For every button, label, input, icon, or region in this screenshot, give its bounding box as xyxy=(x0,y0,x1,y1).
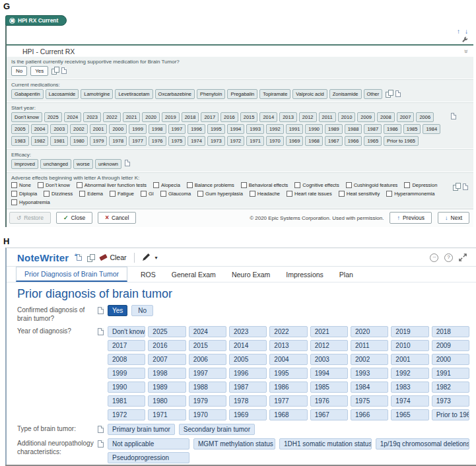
start-year-button[interactable]: 2008 xyxy=(377,112,395,122)
year-button[interactable]: 1991 xyxy=(432,368,469,379)
year-button[interactable]: 1984 xyxy=(351,382,388,393)
start-year-button[interactable]: 2002 xyxy=(70,124,88,134)
start-year-button[interactable]: Prior to 1965 xyxy=(384,136,419,146)
comment-doc-icon[interactable] xyxy=(395,90,401,97)
year-button[interactable]: 2006 xyxy=(189,354,226,365)
medication-button[interactable]: Lamotrigine xyxy=(81,89,113,99)
year-button[interactable]: 2005 xyxy=(229,354,267,365)
start-year-button[interactable]: 2010 xyxy=(338,112,356,122)
start-year-button[interactable]: 1972 xyxy=(227,136,245,146)
comment-doc-icon[interactable] xyxy=(451,113,456,119)
adverse-effect-checkbox[interactable]: Behavioral effects xyxy=(241,182,288,188)
start-year-button[interactable]: 1994 xyxy=(227,124,245,134)
tab-hpi-rx-current[interactable]: ▦ HPI RX Current xyxy=(5,15,67,26)
start-year-button[interactable]: 2009 xyxy=(357,112,375,122)
start-year-button[interactable]: 2007 xyxy=(397,112,415,122)
year-button[interactable]: 1995 xyxy=(269,368,307,379)
move-down-icon[interactable]: ↓ xyxy=(465,28,468,35)
year-button[interactable]: 1996 xyxy=(229,368,267,379)
year-button[interactable]: 2011 xyxy=(351,340,388,351)
year-button[interactable]: 1994 xyxy=(310,368,348,379)
year-button[interactable]: 1988 xyxy=(189,382,226,393)
year-button[interactable]: 2022 xyxy=(269,326,307,337)
close-button[interactable]: ✓ Close xyxy=(56,212,92,224)
clear-eraser-icon[interactable] xyxy=(100,254,108,261)
start-year-button[interactable]: 1967 xyxy=(325,136,343,146)
efficacy-button[interactable]: improved xyxy=(11,159,38,169)
year-button[interactable]: 2014 xyxy=(229,340,267,351)
adverse-effect-checkbox[interactable]: Fatigue xyxy=(110,191,134,197)
year-button[interactable]: 1976 xyxy=(310,395,348,407)
year-button[interactable]: 1974 xyxy=(391,395,428,407)
start-year-button[interactable]: 2000 xyxy=(109,124,127,134)
start-year-button[interactable]: 1982 xyxy=(31,136,49,146)
start-year-button[interactable]: 2004 xyxy=(31,124,49,134)
year-button[interactable]: 2013 xyxy=(269,340,307,351)
year-button[interactable]: 1966 xyxy=(351,409,388,420)
year-button[interactable]: 2019 xyxy=(391,326,428,337)
year-button[interactable]: 2017 xyxy=(108,340,145,351)
neuropathology-option[interactable]: MGMT methylation status xyxy=(193,438,275,449)
comment-doc-icon[interactable] xyxy=(61,67,67,74)
start-year-button[interactable]: 1991 xyxy=(286,124,304,134)
adverse-effect-checkbox[interactable]: Diplopia xyxy=(11,191,37,197)
start-year-button[interactable]: 1985 xyxy=(403,124,421,134)
medication-button[interactable]: Gabapentin xyxy=(11,89,44,99)
neuropathology-option[interactable]: Not applicable xyxy=(108,438,189,449)
start-year-button[interactable]: 2022 xyxy=(103,112,121,122)
tab-prior-diagnosis[interactable]: Prior Diagnosis of Brain Tumor xyxy=(16,267,127,282)
tab-impressions[interactable]: Impressions xyxy=(283,268,326,282)
adverse-effect-checkbox[interactable]: Don't know xyxy=(38,182,70,188)
year-button[interactable]: 1993 xyxy=(351,368,388,379)
start-year-button[interactable]: 1969 xyxy=(286,136,304,146)
year-button[interactable]: 1989 xyxy=(148,382,186,393)
year-button[interactable]: 1978 xyxy=(229,395,267,407)
start-year-button[interactable]: 2013 xyxy=(279,112,297,122)
start-year-button[interactable]: 2019 xyxy=(162,112,180,122)
start-year-button[interactable]: 2014 xyxy=(259,112,277,122)
adverse-effect-checkbox[interactable]: Cushingoid features xyxy=(346,182,398,188)
year-button[interactable]: 2007 xyxy=(148,354,186,365)
start-year-button[interactable]: 1999 xyxy=(129,124,147,134)
previous-button[interactable]: ↑ Previous xyxy=(390,212,432,224)
year-button[interactable]: 2018 xyxy=(432,326,469,337)
year-button[interactable]: 2009 xyxy=(432,340,469,351)
start-year-button[interactable]: 1986 xyxy=(384,124,401,134)
year-button[interactable]: 1999 xyxy=(108,368,145,379)
adverse-effect-checkbox[interactable]: Hyperammonemia xyxy=(386,191,434,197)
year-button[interactable]: 1970 xyxy=(189,409,226,420)
year-button[interactable]: 1968 xyxy=(269,409,307,420)
year-button[interactable]: 1977 xyxy=(269,395,307,407)
tab-general-exam[interactable]: General Exam xyxy=(169,268,219,282)
start-year-button[interactable]: 1998 xyxy=(149,124,166,134)
more-options-icon[interactable]: ··· xyxy=(430,253,438,262)
medication-button[interactable]: Pregabalin xyxy=(227,89,257,99)
tab-ros[interactable]: ROS xyxy=(138,268,158,282)
start-year-button[interactable]: 2012 xyxy=(299,112,317,122)
start-year-button[interactable]: 1983 xyxy=(11,136,29,146)
efficacy-button[interactable]: unchanged xyxy=(40,159,71,169)
start-year-button[interactable]: 1992 xyxy=(266,124,284,134)
comment-doc-icon[interactable] xyxy=(98,328,104,335)
year-button[interactable]: 2020 xyxy=(351,326,388,337)
start-year-button[interactable]: 1979 xyxy=(90,136,108,146)
start-year-button[interactable]: 1970 xyxy=(266,136,284,146)
copy-note-icon[interactable] xyxy=(87,254,94,261)
comment-doc-icon[interactable] xyxy=(98,440,104,448)
secondary-tumor-button[interactable]: Secondary brain tumor xyxy=(179,424,255,435)
year-button[interactable]: 2024 xyxy=(189,326,226,337)
adverse-effect-checkbox[interactable]: Balance problems xyxy=(187,182,234,188)
year-button[interactable]: Prior to 1965 xyxy=(432,409,469,420)
adverse-effect-checkbox[interactable]: Heart rate issues xyxy=(287,191,332,197)
year-button[interactable]: 2012 xyxy=(310,340,348,351)
year-button[interactable]: 2008 xyxy=(108,354,145,365)
year-button[interactable]: 1987 xyxy=(229,382,267,393)
start-year-button[interactable]: 2024 xyxy=(64,112,82,122)
year-button[interactable]: 2010 xyxy=(391,340,428,351)
start-year-button[interactable]: 2011 xyxy=(319,112,336,122)
year-button[interactable]: 1992 xyxy=(391,368,428,379)
adverse-effect-checkbox[interactable]: Hyponatremia xyxy=(11,199,50,205)
year-button[interactable]: 1965 xyxy=(391,409,428,420)
year-button[interactable]: 1971 xyxy=(148,409,186,420)
year-button[interactable]: 2001 xyxy=(391,354,428,365)
